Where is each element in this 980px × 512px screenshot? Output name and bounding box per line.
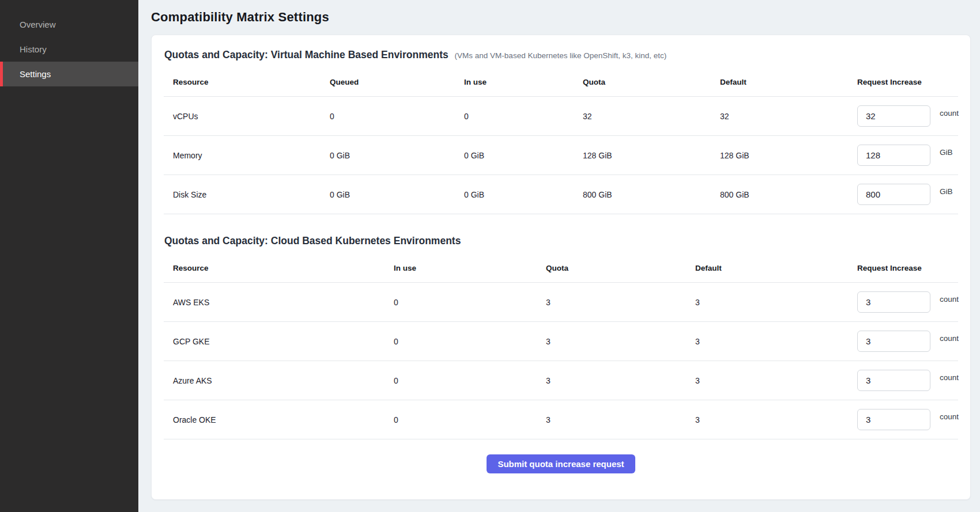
column-header-request-increase: Request Increase bbox=[857, 264, 958, 272]
card-footer: Submit quota increase request bbox=[164, 439, 958, 473]
unit-label: count bbox=[940, 295, 959, 304]
in-use-value: 0 bbox=[394, 415, 546, 424]
resource-name: GCP GKE bbox=[173, 337, 394, 346]
quota-value: 3 bbox=[546, 337, 695, 346]
column-header-default: Default bbox=[720, 78, 857, 86]
queued-value: 0 bbox=[330, 112, 464, 121]
column-header-default: Default bbox=[695, 264, 857, 272]
in-use-value: 0 GiB bbox=[464, 151, 583, 160]
in-use-value: 0 bbox=[464, 112, 583, 121]
table-row-memory: Memory 0 GiB 0 GiB 128 GiB 128 GiB GiB bbox=[164, 136, 958, 175]
queued-value: 0 GiB bbox=[330, 151, 464, 160]
k8s-table-header: Resource In use Quota Default Request In… bbox=[164, 254, 958, 283]
quota-value: 800 GiB bbox=[583, 190, 720, 199]
sidebar-item-label: Overview bbox=[20, 20, 56, 29]
column-header-in-use: In use bbox=[394, 264, 546, 272]
disk-size-request-input[interactable] bbox=[857, 184, 930, 205]
resource-name: AWS EKS bbox=[173, 298, 394, 307]
gcp-gke-request-input[interactable] bbox=[857, 331, 930, 352]
unit-label: count bbox=[940, 373, 959, 382]
default-value: 32 bbox=[720, 112, 857, 121]
default-value: 3 bbox=[695, 376, 857, 385]
resource-name: Disk Size bbox=[173, 190, 330, 199]
default-value: 3 bbox=[695, 415, 857, 424]
column-header-queued: Queued bbox=[330, 78, 464, 86]
default-value: 800 GiB bbox=[720, 190, 857, 199]
vm-quota-table: Resource Queued In use Quota Default Req… bbox=[164, 68, 958, 214]
oracle-oke-request-input[interactable] bbox=[857, 409, 930, 430]
sidebar-item-label: Settings bbox=[20, 69, 51, 79]
submit-quota-increase-button[interactable]: Submit quota increase request bbox=[487, 454, 635, 473]
default-value: 3 bbox=[695, 298, 857, 307]
page-title: Compatibility Matrix Settings bbox=[151, 10, 971, 25]
vm-table-header: Resource Queued In use Quota Default Req… bbox=[164, 68, 958, 97]
k8s-quota-table: Resource In use Quota Default Request In… bbox=[164, 254, 958, 439]
sidebar: Overview History Settings bbox=[0, 0, 138, 512]
quota-value: 3 bbox=[546, 415, 695, 424]
in-use-value: 0 bbox=[394, 376, 546, 385]
column-header-resource: Resource bbox=[173, 78, 330, 86]
column-header-quota: Quota bbox=[546, 264, 695, 272]
quota-settings-card: Quotas and Capacity: Virtual Machine Bas… bbox=[151, 35, 971, 500]
vm-section-subtitle: (VMs and VM-based Kubernetes like OpenSh… bbox=[455, 51, 667, 60]
vm-section-heading: Quotas and Capacity: Virtual Machine Bas… bbox=[164, 49, 958, 61]
table-row-disk-size: Disk Size 0 GiB 0 GiB 800 GiB 800 GiB Gi… bbox=[164, 175, 958, 214]
quota-value: 128 GiB bbox=[583, 151, 720, 160]
table-row-aws-eks: AWS EKS 0 3 3 count bbox=[164, 283, 958, 322]
sidebar-item-label: History bbox=[20, 44, 47, 54]
sidebar-item-overview[interactable]: Overview bbox=[0, 12, 138, 37]
in-use-value: 0 bbox=[394, 298, 546, 307]
unit-label: count bbox=[940, 109, 959, 117]
default-value: 128 GiB bbox=[720, 151, 857, 160]
table-row-azure-aks: Azure AKS 0 3 3 count bbox=[164, 361, 958, 400]
column-header-resource: Resource bbox=[173, 264, 394, 272]
column-header-quota: Quota bbox=[583, 78, 720, 86]
vcpus-request-input[interactable] bbox=[857, 105, 930, 127]
column-header-request-increase: Request Increase bbox=[857, 78, 958, 86]
resource-name: vCPUs bbox=[173, 112, 330, 121]
in-use-value: 0 GiB bbox=[464, 190, 583, 199]
quota-value: 3 bbox=[546, 298, 695, 307]
unit-label: count bbox=[940, 334, 959, 343]
resource-name: Oracle OKE bbox=[173, 415, 394, 424]
azure-aks-request-input[interactable] bbox=[857, 370, 930, 391]
k8s-section-title: Quotas and Capacity: Cloud Based Kuberne… bbox=[164, 235, 461, 246]
aws-eks-request-input[interactable] bbox=[857, 291, 930, 313]
table-row-gcp-gke: GCP GKE 0 3 3 count bbox=[164, 322, 958, 361]
memory-request-input[interactable] bbox=[857, 145, 930, 166]
resource-name: Memory bbox=[173, 151, 330, 160]
unit-label: GiB bbox=[940, 187, 953, 196]
table-row-oracle-oke: Oracle OKE 0 3 3 count bbox=[164, 400, 958, 439]
vm-section-title: Quotas and Capacity: Virtual Machine Bas… bbox=[164, 49, 448, 60]
default-value: 3 bbox=[695, 337, 857, 346]
quota-value: 3 bbox=[546, 376, 695, 385]
table-row-vcpus: vCPUs 0 0 32 32 count bbox=[164, 97, 958, 136]
queued-value: 0 GiB bbox=[330, 190, 464, 199]
unit-label: count bbox=[940, 412, 959, 421]
main-content: Compatibility Matrix Settings Quotas and… bbox=[138, 0, 980, 512]
sidebar-item-history[interactable]: History bbox=[0, 37, 138, 62]
quota-value: 32 bbox=[583, 112, 720, 121]
column-header-in-use: In use bbox=[464, 78, 583, 86]
resource-name: Azure AKS bbox=[173, 376, 394, 385]
k8s-section-heading: Quotas and Capacity: Cloud Based Kuberne… bbox=[164, 235, 958, 247]
in-use-value: 0 bbox=[394, 337, 546, 346]
unit-label: GiB bbox=[940, 148, 953, 157]
sidebar-item-settings[interactable]: Settings bbox=[0, 62, 138, 86]
